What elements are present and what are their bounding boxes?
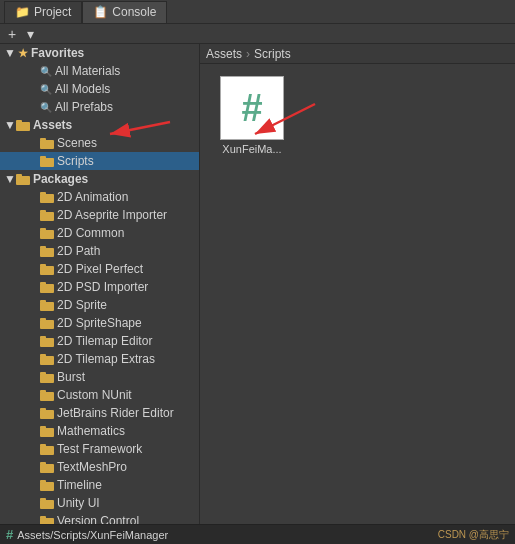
pkg-2d-aseprite[interactable]: 2D Aseprite Importer — [0, 206, 199, 224]
pkg-folder-icon — [40, 317, 54, 329]
breadcrumb-scripts[interactable]: Scripts — [254, 47, 291, 61]
svg-rect-37 — [40, 426, 46, 429]
svg-rect-5 — [40, 138, 46, 141]
pkg-textmeshpro[interactable]: TextMeshPro — [0, 458, 199, 476]
pkg-timeline-label: Timeline — [57, 478, 102, 492]
pkg-2d-spriteshape[interactable]: 2D SpriteShape — [0, 314, 199, 332]
asset-name-xunfeima: XunFeiMa... — [222, 143, 281, 155]
toolbar: + ▾ — [0, 24, 515, 44]
breadcrumb-assets[interactable]: Assets — [206, 47, 242, 61]
pkg-2d-common-label: 2D Common — [57, 226, 124, 240]
pkg-folder-icon — [40, 281, 54, 293]
scripts-item[interactable]: Scripts — [0, 152, 199, 170]
pkg-custom-nunit[interactable]: Custom NUnit — [0, 386, 199, 404]
main-panel: Assets › Scripts # XunFeiMa... — [200, 44, 515, 524]
pkg-mathematics[interactable]: Mathematics — [0, 422, 199, 440]
assets-header[interactable]: Assets — [0, 116, 199, 134]
pkg-2d-path[interactable]: 2D Path — [0, 242, 199, 260]
svg-rect-24 — [40, 320, 54, 329]
svg-rect-11 — [40, 192, 46, 195]
svg-rect-15 — [40, 228, 46, 231]
svg-rect-19 — [40, 264, 46, 267]
pkg-folder-icon — [40, 335, 54, 347]
svg-rect-45 — [40, 498, 46, 501]
main-container: 📁 Project 📋 Console + ▾ — [0, 0, 515, 544]
packages-header[interactable]: Packages — [0, 170, 199, 188]
pkg-2d-animation[interactable]: 2D Animation — [0, 188, 199, 206]
tab-bar: 📁 Project 📋 Console — [0, 0, 515, 24]
scripts-folder-icon — [40, 155, 54, 167]
pkg-mathematics-label: Mathematics — [57, 424, 125, 438]
all-materials-label: All Materials — [55, 64, 120, 78]
pkg-version-control-label: Version Control — [57, 514, 139, 524]
scripts-label: Scripts — [57, 154, 94, 168]
svg-rect-40 — [40, 464, 54, 473]
pkg-version-control[interactable]: Version Control — [0, 512, 199, 524]
pkg-folder-icon — [40, 191, 54, 203]
pkg-2d-psd[interactable]: 2D PSD Importer — [0, 278, 199, 296]
svg-rect-30 — [40, 374, 54, 383]
pkg-test-framework[interactable]: Test Framework — [0, 440, 199, 458]
scenes-item[interactable]: Scenes — [0, 134, 199, 152]
svg-rect-12 — [40, 212, 54, 221]
pkg-folder-icon — [40, 425, 54, 437]
search-icon-models: 🔍 — [40, 84, 52, 95]
svg-rect-10 — [40, 194, 54, 203]
pkg-unity-ui[interactable]: Unity UI — [0, 494, 199, 512]
packages-folder-icon — [16, 173, 30, 185]
pkg-folder-icon — [40, 353, 54, 365]
pkg-2d-tilemap-editor[interactable]: 2D Tilemap Editor — [0, 332, 199, 350]
pkg-2d-aseprite-label: 2D Aseprite Importer — [57, 208, 167, 222]
asset-item-xunfeima[interactable]: # XunFeiMa... — [212, 76, 292, 155]
tab-project-label: Project — [34, 5, 71, 19]
pkg-2d-tilemap-extras[interactable]: 2D Tilemap Extras — [0, 350, 199, 368]
favorites-arrow — [4, 46, 16, 60]
pkg-folder-icon — [40, 461, 54, 473]
add-button[interactable]: + — [4, 26, 20, 42]
pkg-timeline[interactable]: Timeline — [0, 476, 199, 494]
asset-icon-cs: # — [220, 76, 284, 140]
pkg-2d-path-label: 2D Path — [57, 244, 100, 258]
all-models-item[interactable]: 🔍 All Models — [0, 80, 199, 98]
favorites-header[interactable]: ★ Favorites — [0, 44, 199, 62]
pkg-jetbrains[interactable]: JetBrains Rider Editor — [0, 404, 199, 422]
tab-console[interactable]: 📋 Console — [82, 1, 167, 23]
all-prefabs-label: All Prefabs — [55, 100, 113, 114]
pkg-folder-icon — [40, 227, 54, 239]
watermark: CSDN @高思宁 — [438, 528, 509, 542]
search-icon-prefabs: 🔍 — [40, 102, 52, 113]
menu-button[interactable]: ▾ — [22, 26, 38, 42]
svg-rect-9 — [16, 174, 22, 177]
svg-rect-31 — [40, 372, 46, 375]
pkg-custom-nunit-label: Custom NUnit — [57, 388, 132, 402]
svg-rect-33 — [40, 390, 46, 393]
all-prefabs-item[interactable]: 🔍 All Prefabs — [0, 98, 199, 116]
svg-rect-44 — [40, 500, 54, 509]
svg-rect-7 — [40, 156, 46, 159]
svg-rect-20 — [40, 284, 54, 293]
pkg-burst[interactable]: Burst — [0, 368, 199, 386]
pkg-2d-sprite[interactable]: 2D Sprite — [0, 296, 199, 314]
svg-rect-25 — [40, 318, 46, 321]
pkg-2d-pixel-perfect[interactable]: 2D Pixel Perfect — [0, 260, 199, 278]
svg-rect-16 — [40, 248, 54, 257]
svg-rect-47 — [40, 516, 46, 519]
pkg-folder-icon — [40, 245, 54, 257]
pkg-folder-icon — [40, 515, 54, 524]
svg-rect-29 — [40, 354, 46, 357]
svg-rect-36 — [40, 428, 54, 437]
svg-rect-42 — [40, 482, 54, 491]
assets-arrow — [4, 118, 16, 132]
pkg-folder-icon — [40, 497, 54, 509]
pkg-2d-common[interactable]: 2D Common — [0, 224, 199, 242]
pkg-folder-icon — [40, 443, 54, 455]
svg-rect-17 — [40, 246, 46, 249]
pkg-folder-icon — [40, 407, 54, 419]
all-materials-item[interactable]: 🔍 All Materials — [0, 62, 199, 80]
svg-rect-28 — [40, 356, 54, 365]
pkg-2d-spriteshape-label: 2D SpriteShape — [57, 316, 142, 330]
tab-project[interactable]: 📁 Project — [4, 1, 82, 23]
pkg-folder-icon — [40, 479, 54, 491]
scenes-label: Scenes — [57, 136, 97, 150]
breadcrumb: Assets › Scripts — [200, 44, 515, 64]
